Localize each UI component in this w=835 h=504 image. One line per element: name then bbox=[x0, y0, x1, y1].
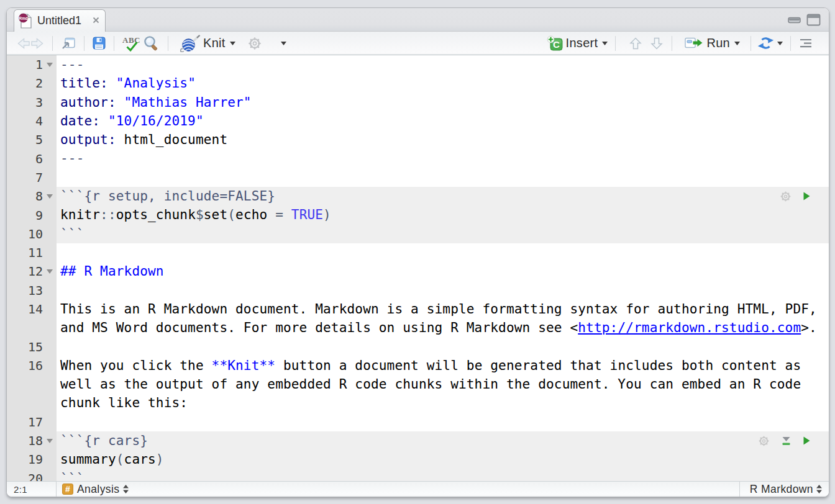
code-line[interactable]: ## R Markdown bbox=[57, 262, 829, 281]
fold-toggle-icon[interactable] bbox=[43, 63, 57, 67]
gutter-cell: 20 bbox=[7, 469, 57, 481]
editor-row-5: 5output: html_document bbox=[7, 130, 829, 149]
code-line[interactable]: well as the output of any embedded R cod… bbox=[57, 375, 829, 394]
code-line[interactable] bbox=[57, 243, 829, 262]
run-button[interactable]: Run bbox=[706, 36, 730, 50]
code-line[interactable]: ``` bbox=[57, 225, 829, 243]
code-line[interactable]: This is an R Markdown document. Markdown… bbox=[57, 300, 829, 318]
gutter-cell: 16 bbox=[7, 356, 57, 375]
section-selector[interactable]: # Analysis bbox=[57, 483, 739, 496]
go-next-section-button[interactable] bbox=[649, 36, 664, 51]
find-replace-button[interactable] bbox=[143, 35, 160, 52]
chunk-options-gear-icon[interactable] bbox=[779, 190, 792, 203]
gutter-cell bbox=[7, 318, 57, 337]
gutter-cell: 7 bbox=[7, 168, 57, 187]
gutter-cell: 5 bbox=[7, 130, 57, 149]
tab-untitled1[interactable]: Rmd Untitled1 bbox=[14, 9, 106, 32]
fold-toggle-icon[interactable] bbox=[43, 439, 57, 443]
line-number: 11 bbox=[7, 246, 43, 259]
line-number: 17 bbox=[7, 416, 43, 428]
line-number: 9 bbox=[7, 209, 43, 222]
run-chunks-above-icon[interactable] bbox=[780, 435, 792, 447]
editor-row-15: and MS Word documents. For more details … bbox=[7, 318, 829, 337]
gutter-cell: 14 bbox=[7, 300, 57, 318]
tab-close-icon[interactable] bbox=[92, 16, 100, 27]
code-line[interactable]: date: "10/16/2019" bbox=[57, 112, 829, 130]
line-number: 7 bbox=[7, 171, 43, 184]
code-editor[interactable]: 1---2title: "Analysis"3author: "Mathias … bbox=[7, 55, 829, 481]
go-previous-section-button[interactable] bbox=[628, 36, 643, 51]
settings-dropdown-icon[interactable] bbox=[281, 42, 286, 45]
spellcheck-button[interactable]: ABC bbox=[122, 35, 139, 52]
section-name: Analysis bbox=[77, 483, 119, 496]
knit-dropdown-icon[interactable] bbox=[230, 42, 235, 45]
chunk-options-gear-icon[interactable] bbox=[757, 434, 770, 448]
gutter-cell bbox=[7, 375, 57, 394]
line-number: 6 bbox=[7, 153, 43, 165]
insert-button[interactable]: Insert bbox=[566, 36, 598, 50]
gutter-cell: 2 bbox=[7, 74, 57, 92]
forward-button[interactable] bbox=[30, 36, 44, 51]
run-icon bbox=[685, 37, 704, 50]
rerun-dropdown-icon[interactable] bbox=[777, 42, 783, 45]
code-line[interactable]: output: html_document bbox=[57, 130, 829, 149]
code-line[interactable]: ```{r setup, include=FALSE} bbox=[57, 187, 829, 205]
editor-row-19: chunk like this: bbox=[7, 394, 829, 412]
code-line[interactable]: chunk like this: bbox=[57, 394, 829, 412]
maximize-pane-icon[interactable] bbox=[806, 14, 821, 26]
line-number: 18 bbox=[7, 434, 43, 447]
document-outline-icon[interactable] bbox=[798, 38, 813, 49]
gutter-cell: 8 bbox=[7, 187, 57, 205]
run-dropdown-icon[interactable] bbox=[734, 42, 740, 45]
rerun-icon[interactable] bbox=[757, 36, 774, 50]
code-line[interactable]: When you click the **Knit** button a doc… bbox=[57, 356, 829, 375]
editor-status-bar: 2:1 # Analysis R Markdown bbox=[7, 481, 829, 497]
tab-title: Untitled1 bbox=[37, 14, 89, 27]
run-chunk-icon[interactable] bbox=[802, 436, 811, 446]
editor-row-1: 1--- bbox=[7, 55, 829, 74]
code-line[interactable]: knitr::opts_chunk$set(echo = TRUE) bbox=[57, 205, 829, 224]
code-line[interactable] bbox=[57, 281, 829, 300]
code-line[interactable]: --- bbox=[57, 149, 829, 168]
code-line[interactable]: and MS Word documents. For more details … bbox=[57, 318, 829, 337]
editor-row-7: 7 bbox=[7, 168, 829, 187]
line-number: 8 bbox=[7, 190, 43, 202]
gutter-cell: 6 bbox=[7, 149, 57, 168]
run-chunk-icon[interactable] bbox=[802, 191, 811, 201]
knit-button[interactable]: Knit bbox=[203, 36, 226, 50]
editor-row-23: 20``` bbox=[7, 469, 829, 481]
editor-row-16: 15 bbox=[7, 337, 829, 356]
code-line[interactable] bbox=[57, 337, 829, 356]
gutter-cell: 15 bbox=[7, 337, 57, 356]
code-line[interactable]: title: "Analysis" bbox=[57, 74, 829, 92]
editor-row-11: 11 bbox=[7, 243, 829, 262]
doc-type-updown-icon bbox=[816, 485, 822, 493]
gutter-cell: 3 bbox=[7, 93, 57, 112]
doc-type-label: R Markdown bbox=[750, 483, 813, 496]
save-button[interactable] bbox=[93, 37, 106, 50]
code-line[interactable]: ``` bbox=[57, 469, 829, 481]
line-number: 1 bbox=[7, 58, 43, 71]
editor-row-6: 6--- bbox=[7, 149, 829, 168]
minimize-pane-icon[interactable] bbox=[788, 14, 801, 25]
svg-text:Rmd: Rmd bbox=[19, 16, 27, 20]
code-line[interactable] bbox=[57, 168, 829, 187]
code-line[interactable]: ```{r cars} bbox=[57, 431, 829, 450]
settings-gear-icon[interactable] bbox=[247, 35, 263, 52]
editor-row-13: 13 bbox=[7, 281, 829, 300]
line-number: 12 bbox=[7, 265, 43, 277]
back-button[interactable] bbox=[17, 36, 30, 51]
doc-type-selector[interactable]: R Markdown bbox=[739, 482, 829, 497]
fold-toggle-icon[interactable] bbox=[43, 269, 57, 274]
section-updown-icon bbox=[123, 485, 129, 493]
gutter-cell: 1 bbox=[7, 55, 57, 74]
code-line[interactable]: author: "Mathias Harrer" bbox=[57, 93, 829, 112]
code-line[interactable] bbox=[57, 413, 829, 431]
gutter-cell: 18 bbox=[7, 431, 57, 450]
code-line[interactable]: --- bbox=[57, 55, 829, 74]
popout-window-button[interactable] bbox=[61, 36, 76, 50]
insert-dropdown-icon[interactable] bbox=[602, 42, 608, 45]
gutter-cell: 4 bbox=[7, 112, 57, 130]
fold-toggle-icon[interactable] bbox=[43, 194, 57, 199]
code-line[interactable]: summary(cars) bbox=[57, 450, 829, 469]
